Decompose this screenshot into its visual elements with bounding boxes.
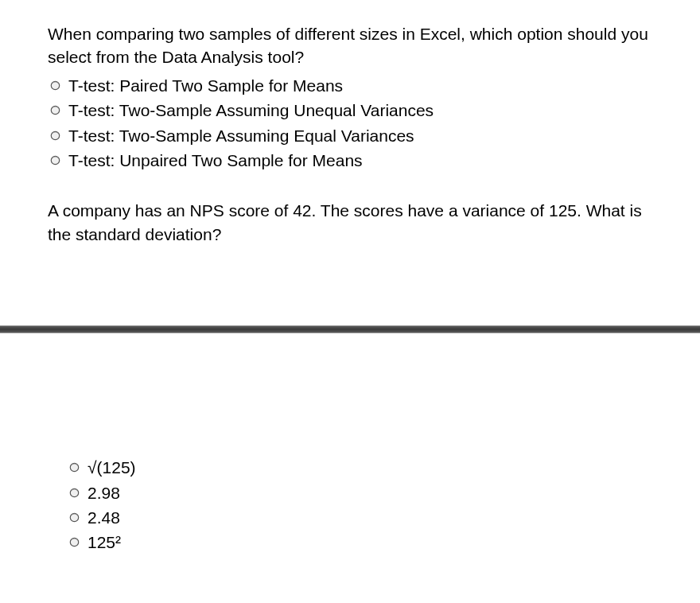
option-label: T-test: Paired Two Sample for Means xyxy=(68,74,343,97)
option-label: √(125) xyxy=(88,456,136,479)
question-2-options: √(125) 2.98 2.48 125² xyxy=(68,456,652,554)
option-row[interactable]: 125² xyxy=(68,531,652,554)
option-row[interactable]: T-test: Unpaired Two Sample for Means xyxy=(49,149,652,172)
radio-icon xyxy=(49,105,60,116)
svg-point-0 xyxy=(51,81,59,89)
option-row[interactable]: T-test: Two-Sample Assuming Unequal Vari… xyxy=(49,99,652,122)
option-label: 2.48 xyxy=(88,506,120,529)
svg-point-5 xyxy=(70,488,78,496)
option-label: T-test: Two-Sample Assuming Unequal Vari… xyxy=(68,99,434,122)
option-label: 125² xyxy=(88,531,121,554)
radio-icon xyxy=(49,130,60,141)
radio-icon xyxy=(68,512,80,523)
option-row[interactable]: 2.98 xyxy=(68,481,652,504)
option-row[interactable]: T-test: Two-Sample Assuming Equal Varian… xyxy=(49,124,652,147)
option-row[interactable]: 2.48 xyxy=(68,506,652,529)
question-2-text: A company has an NPS score of 42. The sc… xyxy=(48,199,652,246)
section-divider xyxy=(0,325,700,333)
svg-point-2 xyxy=(51,131,59,139)
svg-point-4 xyxy=(70,464,78,472)
option-row[interactable]: √(125) xyxy=(68,456,652,479)
svg-point-6 xyxy=(70,513,78,521)
option-label: T-test: Unpaired Two Sample for Means xyxy=(68,149,363,172)
option-label: 2.98 xyxy=(88,481,120,504)
radio-icon xyxy=(49,80,60,91)
svg-point-7 xyxy=(70,539,78,547)
radio-icon xyxy=(68,537,80,548)
svg-point-1 xyxy=(51,107,59,115)
radio-icon xyxy=(68,487,80,498)
option-row[interactable]: T-test: Paired Two Sample for Means xyxy=(49,74,652,97)
radio-icon xyxy=(49,155,60,166)
svg-point-3 xyxy=(51,156,59,164)
question-1-options: T-test: Paired Two Sample for Means T-te… xyxy=(49,74,652,173)
question-1-text: When comparing two samples of different … xyxy=(48,22,652,69)
radio-icon xyxy=(68,462,80,473)
option-label: T-test: Two-Sample Assuming Equal Varian… xyxy=(68,124,414,147)
